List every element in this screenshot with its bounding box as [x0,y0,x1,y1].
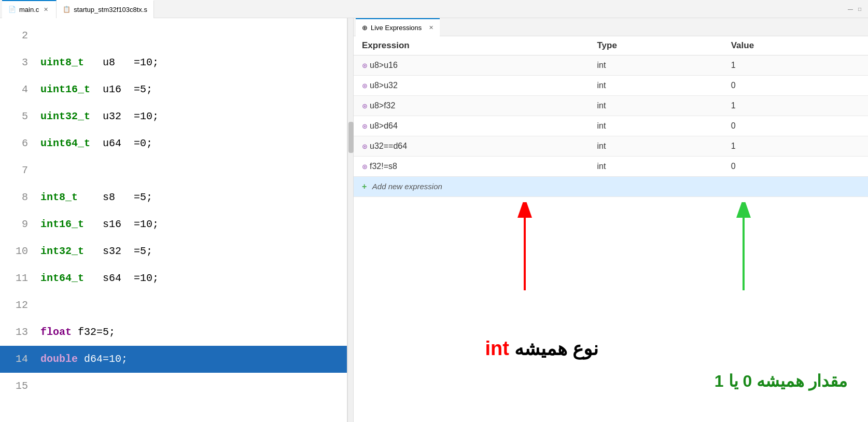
live-panel-close[interactable]: ✕ [429,24,433,31]
add-plus-icon: + [362,182,367,191]
code-line-4: 4 uint16_t u16 =5; [0,76,347,103]
col-value: Value [723,36,868,55]
expr-icon-1: ⊛ [362,82,368,90]
expr-cell: ⊛u8>d64 [354,116,589,136]
value-cell: 1 [723,136,868,157]
line-num-12: 12 [8,292,28,319]
line-num-15: 15 [8,373,28,400]
code-line-6: 6 uint64_t u64 =0; [0,130,347,157]
annotation-green-text: مقدار همیشه 0 یا 1 [715,371,847,391]
expr-cell: ⊛u32==d64 [354,136,589,157]
value-cell: 1 [723,55,868,76]
line-num-11: 11 [8,265,28,292]
maximize-button[interactable]: □ [856,5,864,13]
expr-cell: ⊛u8>f32 [354,96,589,116]
code-area[interactable]: 2 3 uint8_t u8 =10; 4 uint16_t u16 =5; 5… [0,18,347,422]
type-cell: int [589,55,722,76]
window-controls: — □ [846,5,866,13]
value-cell: 0 [723,116,868,136]
table-row: ⊛u8>u16 int 1 [354,55,868,76]
code-line-10: 10 int32_t s32 =5; [0,238,347,265]
add-expression-cell[interactable]: + Add new expression [354,177,868,197]
code-line-5: 5 uint32_t u32 =10; [0,103,347,130]
minimize-button[interactable]: — [846,5,855,13]
table-row: ⊛u8>u32 int 0 [354,76,868,96]
code-line-15: 15 [0,373,347,400]
table-header-row: Expression Type Value [354,36,868,55]
col-expression: Expression [354,36,589,55]
line-num-5: 5 [8,103,28,130]
main-content: 2 3 uint8_t u8 =10; 4 uint16_t u16 =5; 5… [0,18,868,422]
type-cell: int [589,136,722,157]
value-cell: 0 [723,157,868,177]
code-line-9: 9 int16_t s16 =10; [0,211,347,238]
col-type: Type [589,36,722,55]
expression-table-wrapper: Expression Type Value ⊛u8>u16 int 1 ⊛u8>… [354,36,868,197]
line-num-14: 14 [8,346,28,373]
line-num-6: 6 [8,130,28,157]
add-expression-label[interactable]: Add new expression [372,182,442,191]
line-num-3: 3 [8,49,28,76]
expr-cell: ⊛u8>u32 [354,76,589,96]
live-expressions-icon: ⊕ [362,24,368,32]
code-line-7: 7 [0,157,347,184]
annotation-red-text: نوع همیشه int [485,337,598,360]
line-num-13: 13 [8,319,28,346]
file-s-icon: 📋 [63,6,71,13]
line-num-7: 7 [8,157,28,184]
green-arrow-container [733,202,754,296]
line-num-9: 9 [8,211,28,238]
code-line-12: 12 [0,292,347,319]
live-tab-bar: ⊕ Live Expressions ✕ [354,18,868,36]
line-num-8: 8 [8,184,28,211]
red-arrow-container [514,202,535,296]
table-row: ⊛f32!=s8 int 0 [354,157,868,177]
table-row: ⊛u32==d64 int 1 [354,136,868,157]
expr-icon-2: ⊛ [362,102,368,110]
type-cell: int [589,76,722,96]
line-num-2: 2 [8,22,28,49]
live-expressions-label: Live Expressions [371,24,422,32]
expr-icon-5: ⊛ [362,163,368,171]
file-icon: 📄 [8,6,16,13]
value-cell: 1 [723,96,868,116]
tab-bar: 📄 main.c ✕ 📋 startup_stm32f103c8tx.s — □ [0,0,868,18]
add-expression-row[interactable]: + Add new expression [354,177,868,197]
code-line-14: 14 double d64=10; [0,346,347,373]
code-line-2: 2 [0,22,347,49]
expression-table: Expression Type Value ⊛u8>u16 int 1 ⊛u8>… [354,36,868,197]
code-line-8: 8 int8_t s8 =5; [0,184,347,211]
line-num-4: 4 [8,76,28,103]
tab-startup[interactable]: 📋 startup_stm32f103c8tx.s [57,0,154,18]
code-line-3: 3 uint8_t u8 =10; [0,49,347,76]
value-cell: 0 [723,76,868,96]
line-num-10: 10 [8,238,28,265]
expr-cell: ⊛f32!=s8 [354,157,589,177]
annotation-area: نوع همیشه int مقدار همیشه 0 یا 1 [354,197,868,422]
green-arrow-svg [733,202,754,296]
tab-live-expressions[interactable]: ⊕ Live Expressions ✕ [356,18,440,36]
expr-icon-0: ⊛ [362,62,368,69]
scrollbar-thumb[interactable] [348,122,354,153]
editor-panel: 2 3 uint8_t u8 =10; 4 uint16_t u16 =5; 5… [0,18,347,422]
red-arrow-svg [514,202,535,296]
type-cell: int [589,96,722,116]
expr-icon-3: ⊛ [362,122,368,130]
code-line-11: 11 int64_t s64 =10; [0,265,347,292]
type-cell: int [589,116,722,136]
tab-main-c-close[interactable]: ✕ [42,6,50,13]
type-cell: int [589,157,722,177]
tab-main-c-label: main.c [19,6,39,13]
tab-startup-label: startup_stm32f103c8tx.s [74,6,147,13]
editor-scrollbar[interactable] [347,18,354,422]
code-line-13: 13 float f32=5; [0,319,347,346]
table-row: ⊛u8>f32 int 1 [354,96,868,116]
table-row: ⊛u8>d64 int 0 [354,116,868,136]
tab-main-c[interactable]: 📄 main.c ✕ [2,0,57,18]
expr-cell: ⊛u8>u16 [354,55,589,76]
live-expressions-panel: ⊕ Live Expressions ✕ Expression Type Val… [354,18,868,422]
expr-icon-4: ⊛ [362,143,368,150]
